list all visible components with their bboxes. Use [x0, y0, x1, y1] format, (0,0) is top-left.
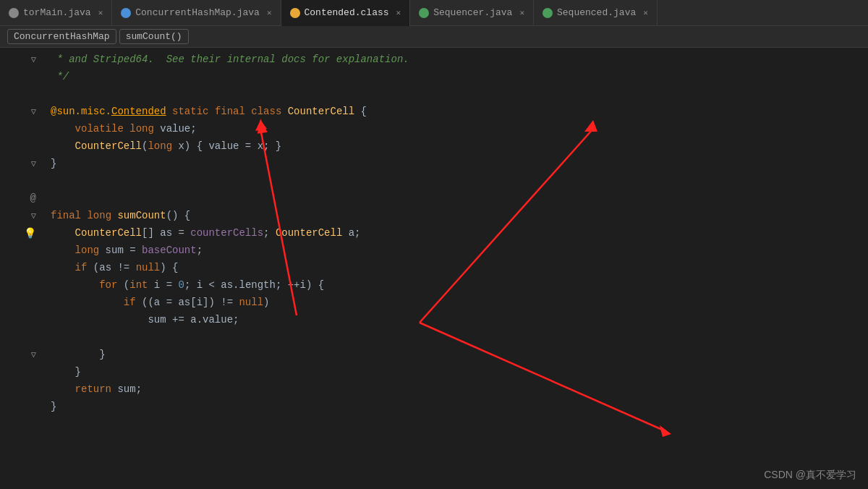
code-countercell-ctor: CounterCell — [75, 137, 142, 155]
bulb-icon[interactable]: 💡 — [24, 227, 36, 239]
code-return-kw: return — [75, 380, 111, 398]
code-line-17 — [51, 328, 868, 346]
code-annotation: @sun.misc. — [51, 103, 111, 120]
gutter-line-9: @ — [30, 190, 36, 207]
code-long-kw3: long — [87, 207, 111, 224]
tab-tortormain[interactable]: torMain.java ✕ — [0, 0, 112, 26]
code-line-19: } — [51, 363, 868, 380]
tab-icon-tortormain — [9, 8, 19, 18]
tab-icon-sequenced — [542, 8, 553, 18]
fold-arrow-1[interactable]: ▽ — [31, 54, 36, 65]
code-volatile-kw: volatile — [75, 120, 124, 137]
code-line-3 — [51, 85, 868, 103]
gutter-line-1: ▽ — [31, 51, 36, 68]
code-countercell-arr: CounterCell — [75, 224, 142, 242]
code-if-kw2: if — [124, 294, 136, 311]
code-line-7: } — [51, 155, 868, 172]
code-long-kw1: long — [129, 120, 154, 137]
tab-label-contended: Contended.class — [305, 7, 389, 18]
tab-close-sequencer[interactable]: ✕ — [519, 8, 524, 17]
code-line-21: } — [51, 398, 868, 415]
code-final-kw2: final — [51, 207, 81, 224]
code-long-kw4: long — [75, 242, 100, 259]
code-line-1: * and Striped64. See their internal docs… — [51, 51, 868, 68]
svg-marker-6 — [660, 425, 671, 437]
code-line-16: sum += a.value; — [51, 311, 868, 328]
code-countercell-type: CounterCell — [288, 103, 354, 120]
tab-icon-contended — [290, 8, 300, 18]
code-line-18: } — [51, 346, 868, 363]
code-if-kw1: if — [75, 259, 88, 276]
tab-bar: torMain.java ✕ ConcurrentHashMap.java ✕ … — [0, 0, 868, 26]
code-line-4: @sun.misc.Contended static final class C… — [51, 103, 868, 120]
tab-contended[interactable]: Contended.class ✕ — [281, 0, 411, 26]
code-null-kw2: null — [239, 294, 263, 311]
gutter-line-10: ▽ — [31, 207, 36, 224]
tab-close-tortormain[interactable]: ✕ — [98, 8, 103, 17]
code-countercells-field: counterCells — [190, 224, 263, 242]
gutter: ▽ ▽ ▽ @ ▽ 💡 — [0, 48, 43, 489]
fold-arrow-7[interactable]: ▽ — [31, 158, 36, 169]
editor-container: ▽ ▽ ▽ @ ▽ 💡 — [0, 48, 868, 489]
tab-close-concurrenthashmap[interactable]: ✕ — [267, 8, 272, 17]
code-area: * and Striped64. See their internal docs… — [43, 48, 868, 489]
breadcrumb-concurrenthashmap[interactable]: ConcurrentHashMap — [7, 29, 116, 44]
tab-close-sequenced[interactable]: ✕ — [643, 8, 648, 17]
code-line-14: for (int i = 0; i < as.length; ++i) { — [51, 276, 868, 294]
code-line-6: CounterCell(long x) { value = x; } — [51, 137, 868, 155]
gutter-line-7: ▽ — [31, 155, 36, 172]
tab-icon-concurrenthashmap — [121, 8, 131, 18]
code-static-kw: static — [172, 103, 208, 120]
fold-arrow-10[interactable]: ▽ — [31, 211, 36, 221]
code-sumcount-method: sumCount — [117, 207, 166, 224]
code-line-13: if (as != null) { — [51, 259, 868, 276]
tab-icon-sequencer — [419, 8, 429, 18]
breadcrumb-bar: ConcurrentHashMap sumCount() — [0, 26, 868, 48]
watermark: CSDN @真不爱学习 — [764, 469, 856, 482]
tab-sequencer[interactable]: Sequencer.java ✕ — [410, 0, 534, 26]
tab-label-tortormain: torMain.java — [23, 7, 91, 18]
gutter-line-4: ▽ — [31, 103, 36, 120]
fold-arrow-4[interactable]: ▽ — [31, 106, 36, 117]
code-line-12: long sum = baseCount; — [51, 242, 868, 259]
tab-concurrenthashmap[interactable]: ConcurrentHashMap.java ✕ — [112, 0, 281, 26]
code-for-kw: for — [99, 276, 117, 294]
code-line-11: CounterCell[] as = counterCells; Counter… — [51, 224, 868, 242]
tab-sequenced[interactable]: Sequenced.java ✕ — [534, 0, 658, 26]
code-line-8 — [51, 172, 868, 190]
code-class-kw: class — [251, 103, 281, 120]
code-countercell2: CounterCell — [276, 224, 342, 242]
code-basecount-field: baseCount — [142, 242, 197, 259]
code-long-kw2: long — [148, 137, 172, 155]
code-int-kw: int — [129, 276, 148, 294]
code-line-2: */ — [51, 68, 868, 85]
code-comment-1: * and Striped64. See their internal docs… — [51, 51, 409, 68]
code-contended: Contended — [111, 103, 166, 120]
breadcrumb-sumcount[interactable]: sumCount() — [119, 29, 189, 44]
fold-arrow-18[interactable]: ▽ — [31, 349, 36, 360]
gutter-line-11: 💡 — [24, 224, 36, 242]
tab-label-concurrenthashmap: ConcurrentHashMap.java — [135, 7, 260, 18]
code-comment-2: */ — [51, 68, 69, 85]
code-line-9 — [51, 190, 868, 207]
code-null-kw1: null — [136, 259, 161, 276]
code-line-10: final long sumCount() { — [51, 207, 868, 224]
code-line-5: volatile long value; — [51, 120, 868, 137]
tab-label-sequencer: Sequencer.java — [433, 7, 512, 18]
code-static — [166, 103, 172, 120]
gutter-line-18: ▽ — [31, 346, 36, 363]
code-line-15: if ((a = as[i]) != null) — [51, 294, 868, 311]
code-zero: 0 — [178, 276, 184, 294]
code-final-kw: final — [215, 103, 245, 120]
tab-label-sequenced: Sequenced.java — [557, 7, 636, 18]
tab-close-contended[interactable]: ✕ — [396, 8, 401, 17]
code-line-20: return sum; — [51, 380, 868, 398]
